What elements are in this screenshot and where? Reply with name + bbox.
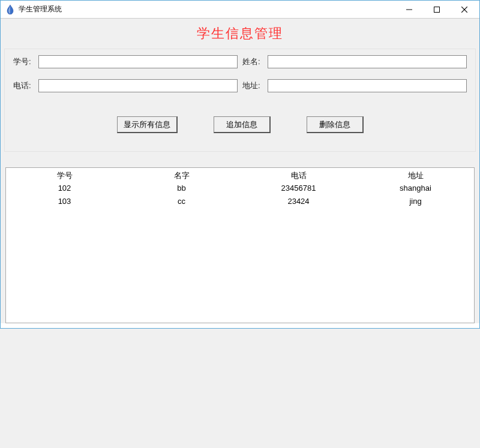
show-all-button[interactable]: 显示所有信息 <box>117 116 178 133</box>
form-panel: 学号: 姓名: 电话: 地址: 显示所有信息 <box>4 49 476 152</box>
phone-cell: 电话: <box>13 79 238 92</box>
cell-id: 103 <box>6 194 123 208</box>
app-window: 学生管理系统 学生信息管理 学号: 姓名: <box>0 0 480 329</box>
titlebar-left: 学生管理系统 <box>5 4 62 14</box>
form-row-1: 学号: 姓名: <box>11 55 469 68</box>
table-row[interactable]: 102bb23456781shanghai <box>6 181 474 194</box>
client-area: 学生信息管理 学号: 姓名: 电话: 地址: <box>1 19 479 323</box>
svg-rect-1 <box>434 7 440 12</box>
cell-phone: 23456781 <box>240 181 357 194</box>
student-id-cell: 学号: <box>13 55 238 68</box>
col-address[interactable]: 地址 <box>357 168 474 181</box>
delete-info-button[interactable]: 删除信息 <box>307 116 364 133</box>
col-phone[interactable]: 电话 <box>240 168 357 181</box>
student-table: 学号 名字 电话 地址 102bb23456781shanghai103cc23… <box>6 168 474 208</box>
minimize-button[interactable] <box>399 3 419 16</box>
window-title: 学生管理系统 <box>19 4 62 14</box>
titlebar: 学生管理系统 <box>1 1 479 19</box>
app-icon <box>5 5 15 14</box>
student-id-label: 学号: <box>13 56 35 67</box>
button-row: 显示所有信息 追加信息 删除信息 <box>11 116 469 133</box>
table-row[interactable]: 103cc23424jing <box>6 194 474 208</box>
form-row-2: 电话: 地址: <box>11 79 469 92</box>
student-id-input[interactable] <box>38 55 238 68</box>
phone-input[interactable] <box>38 79 238 92</box>
table-area[interactable]: 学号 名字 电话 地址 102bb23456781shanghai103cc23… <box>5 167 475 323</box>
cell-id: 102 <box>6 181 123 194</box>
phone-label: 电话: <box>13 80 35 91</box>
cell-address: jing <box>357 194 474 208</box>
cell-phone: 23424 <box>240 194 357 208</box>
close-button[interactable] <box>454 3 475 16</box>
window-controls <box>399 3 475 16</box>
maximize-button[interactable] <box>427 3 447 16</box>
name-label: 姓名: <box>242 56 264 67</box>
name-cell: 姓名: <box>242 55 467 68</box>
address-label: 地址: <box>242 80 264 91</box>
cell-name: cc <box>123 194 240 208</box>
table-header-row: 学号 名字 电话 地址 <box>6 168 474 181</box>
col-name[interactable]: 名字 <box>123 168 240 181</box>
name-input[interactable] <box>268 55 467 68</box>
address-input[interactable] <box>268 79 467 92</box>
cell-name: bb <box>123 181 240 194</box>
page-title: 学生信息管理 <box>1 19 479 49</box>
add-info-button[interactable]: 追加信息 <box>214 116 271 133</box>
col-id[interactable]: 学号 <box>6 168 123 181</box>
address-cell: 地址: <box>242 79 467 92</box>
cell-address: shanghai <box>357 181 474 194</box>
